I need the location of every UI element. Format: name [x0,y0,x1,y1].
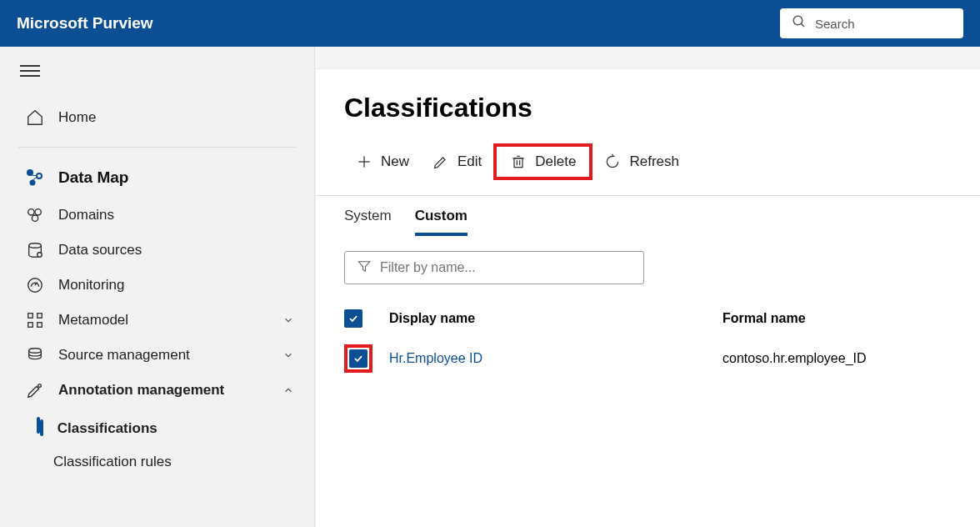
svg-marker-27 [358,262,370,271]
svg-rect-14 [28,314,33,319]
svg-point-8 [35,209,41,215]
home-icon [23,108,47,127]
column-header-formal[interactable]: Formal name [722,311,952,326]
sidebar-item-domains[interactable]: Domains [0,198,314,233]
tab-custom[interactable]: Custom [415,208,468,236]
filter-input[interactable] [380,260,632,275]
page-title: Classifications [316,93,980,143]
sidebar-item-label: Domains [58,207,114,223]
button-label: Refresh [629,153,679,170]
new-button[interactable]: New [344,147,421,177]
data-map-icon [23,168,47,188]
svg-line-1 [801,23,804,27]
tab-system[interactable]: System [344,208,392,236]
sidebar-section-data-map[interactable]: Data Map [0,158,314,198]
edit-button[interactable]: Edit [421,147,493,177]
sidebar-leaf-classification-rules[interactable]: Classification rules [0,445,314,479]
divider [18,147,296,148]
sidebar-leaf-classifications[interactable]: Classifications [0,408,314,445]
svg-point-19 [38,384,42,388]
refresh-icon [604,153,621,170]
annotation-management-icon [23,381,47,399]
svg-point-7 [28,209,34,215]
button-label: Edit [458,153,482,170]
search-box[interactable] [780,8,963,38]
svg-rect-16 [28,323,33,328]
chevron-up-icon [282,384,294,396]
classifications-table: Display name Formal name Hr.Employee ID … [316,293,980,389]
svg-point-10 [29,243,42,248]
sidebar-item-label: Data sources [58,242,142,258]
svg-rect-22 [514,158,522,168]
table-header: Display name Formal name [344,301,952,336]
plus-icon [356,153,372,170]
svg-point-4 [30,180,36,186]
app-title: Microsoft Purview [17,14,153,33]
sidebar-item-label: Home [58,109,96,126]
sidebar-item-label: Monitoring [58,277,124,294]
refresh-button[interactable]: Refresh [592,147,691,177]
svg-point-11 [38,253,42,258]
svg-point-0 [793,16,802,25]
domains-icon [23,206,47,224]
delete-highlight: Delete [493,143,592,180]
filter-icon [357,258,372,277]
svg-rect-15 [38,314,42,319]
source-management-icon [23,346,47,364]
row-formal-text: contoso.hr.employee_ID [722,351,867,365]
button-label: Delete [535,153,576,170]
sidebar-item-source-management[interactable]: Source management [0,338,314,373]
search-input[interactable] [815,17,952,31]
column-header-display[interactable]: Display name [389,311,722,326]
trash-icon [510,153,527,170]
data-sources-icon [23,241,47,259]
filter-box[interactable] [344,251,644,284]
tabs: System Custom [316,196,980,236]
chevron-down-icon [282,314,294,326]
sidebar-item-metamodel[interactable]: Metamodel [0,303,314,338]
workspace: Home Data Map Domains [0,47,980,527]
sidebar-item-label: Metamodel [58,312,128,329]
top-bar: Microsoft Purview [0,0,980,47]
toolbar: New Edit Delete Refre [316,143,980,196]
sidebar-item-data-sources[interactable]: Data sources [0,233,314,268]
svg-rect-17 [38,323,42,328]
main-panel: Classifications New Edit Delete [315,68,980,527]
sidebar: Home Data Map Domains [0,47,315,527]
pencil-icon [432,153,449,170]
sidebar-item-annotation-management[interactable]: Annotation management [0,373,314,408]
hamburger-icon [20,62,40,80]
sidebar-leaf-label: Classifications [58,420,158,436]
row-checkbox-highlight [344,344,372,373]
table-row: Hr.Employee ID contoso.hr.employee_ID [344,336,952,381]
chevron-down-icon [282,349,294,361]
delete-button[interactable]: Delete [503,152,582,172]
sidebar-item-label: Source management [58,347,190,364]
sidebar-item-label: Annotation management [58,382,224,399]
row-checkbox[interactable] [349,349,368,368]
svg-point-18 [29,349,42,354]
monitoring-icon [23,276,47,294]
search-icon [792,14,807,33]
sidebar-item-home[interactable]: Home [0,98,314,137]
select-all-checkbox[interactable] [344,309,362,328]
hamburger-button[interactable] [0,62,314,98]
sidebar-item-monitoring[interactable]: Monitoring [0,268,314,303]
row-display-link[interactable]: Hr.Employee ID [389,351,482,365]
svg-line-6 [32,177,38,180]
svg-point-9 [32,215,38,221]
button-label: New [381,153,409,170]
sidebar-section-label: Data Map [58,168,128,187]
metamodel-icon [23,311,47,329]
sidebar-leaf-label: Classification rules [53,454,172,469]
